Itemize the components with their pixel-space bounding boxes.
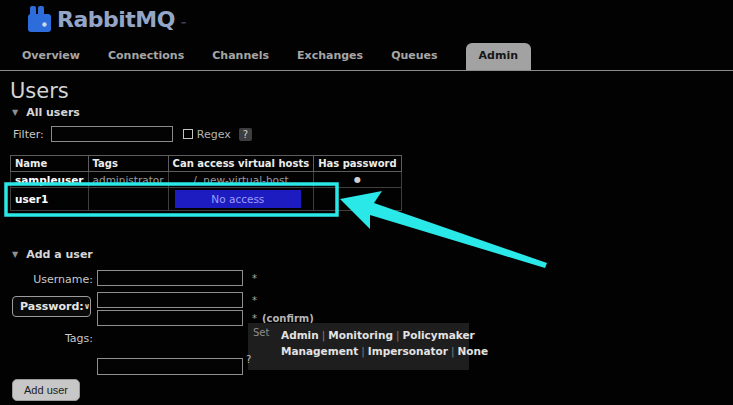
tab-connections[interactable]: Connections bbox=[108, 49, 184, 70]
collapse-arrow-icon: ▼ bbox=[12, 108, 18, 117]
col-header-has-password: Has password bbox=[314, 156, 402, 172]
col-header-tags: Tags bbox=[88, 156, 168, 172]
no-access-badge: No access bbox=[175, 190, 302, 208]
all-users-section-title: All users bbox=[26, 106, 80, 119]
filter-input[interactable] bbox=[51, 126, 173, 142]
user-name-link[interactable]: user1 bbox=[11, 188, 89, 211]
col-header-name: Name bbox=[11, 156, 89, 172]
page-title: Users bbox=[10, 79, 69, 103]
tag-link-admin[interactable]: Admin bbox=[281, 329, 319, 341]
table-row-sampleuser: sampleuser administrator /, new-virtual-… bbox=[11, 172, 402, 188]
user-vhosts-cell: /, new-virtual-host bbox=[168, 172, 314, 188]
has-password-indicator: ● bbox=[314, 188, 402, 211]
user-vhosts-cell: No access bbox=[168, 188, 314, 211]
tab-overview[interactable]: Overview bbox=[22, 49, 80, 70]
tag-separator: | bbox=[358, 345, 368, 357]
table-header-row: Name Tags Can access virtual hosts Has p… bbox=[11, 156, 402, 172]
col-header-vhosts: Can access virtual hosts bbox=[168, 156, 314, 172]
tab-admin[interactable]: Admin bbox=[466, 43, 531, 70]
tag-link-impersonator[interactable]: Impersonator bbox=[368, 345, 448, 357]
tag-separator: | bbox=[393, 329, 403, 341]
filter-row: Filter: Regex ? bbox=[13, 126, 252, 142]
tag-link-policymaker[interactable]: Policymaker bbox=[403, 329, 475, 341]
user-tags-cell: administrator bbox=[88, 172, 168, 188]
tag-link-monitoring[interactable]: Monitoring bbox=[328, 329, 393, 341]
tag-separator: | bbox=[448, 345, 458, 357]
collapse-arrow-icon: ▼ bbox=[12, 250, 18, 259]
has-password-indicator: ● bbox=[314, 172, 402, 188]
tag-options: Admin|Monitoring|Policymaker Management|… bbox=[279, 327, 488, 370]
regex-label: Regex bbox=[197, 128, 231, 141]
tag-options-line1: Admin|Monitoring|Policymaker bbox=[281, 327, 488, 343]
tab-queues[interactable]: Queues bbox=[391, 49, 437, 70]
tag-separator: | bbox=[319, 329, 329, 341]
username-required-marker: * bbox=[252, 273, 257, 284]
password-required-marker: * bbox=[252, 295, 257, 306]
chevron-down-icon: ∨ bbox=[84, 302, 91, 311]
username-label: Username: bbox=[0, 273, 93, 286]
password-field[interactable] bbox=[97, 292, 243, 308]
add-user-section-header[interactable]: ▼ Add a user bbox=[12, 248, 93, 261]
tag-options-line2: Management|Impersonator|None bbox=[281, 343, 488, 359]
user-tags-cell bbox=[88, 188, 168, 211]
tags-label: Tags: bbox=[0, 332, 93, 345]
brand-name: RabbitMQ bbox=[57, 5, 175, 35]
tag-link-management[interactable]: Management bbox=[281, 345, 358, 357]
tags-field[interactable] bbox=[97, 358, 243, 375]
add-user-section-title: Add a user bbox=[26, 248, 93, 261]
rabbitmq-logo-icon bbox=[27, 5, 52, 37]
set-label: Set bbox=[253, 327, 279, 370]
brand-trademark: ™ bbox=[180, 21, 187, 29]
password-type-select[interactable]: Password: ∨ bbox=[12, 296, 91, 317]
tab-exchanges[interactable]: Exchanges bbox=[297, 49, 363, 70]
tags-help-icon[interactable]: ? bbox=[246, 354, 251, 365]
rabbitmq-admin-users-screen: RabbitMQ ™ Overview Connections Channels… bbox=[0, 0, 733, 405]
tags-help-panel: Set Admin|Monitoring|Policymaker Managem… bbox=[248, 323, 469, 370]
all-users-section-header[interactable]: ▼ All users bbox=[12, 106, 80, 119]
password-confirm-field[interactable] bbox=[97, 310, 243, 326]
tab-channels[interactable]: Channels bbox=[212, 49, 269, 70]
table-row-user1: user1 No access ● bbox=[11, 188, 402, 211]
filter-help-icon[interactable]: ? bbox=[239, 128, 252, 141]
tag-link-none[interactable]: None bbox=[458, 345, 489, 357]
users-table: Name Tags Can access virtual hosts Has p… bbox=[10, 155, 402, 211]
username-field[interactable] bbox=[97, 270, 243, 286]
filter-label: Filter: bbox=[13, 128, 44, 141]
add-user-button[interactable]: Add user bbox=[12, 379, 80, 401]
main-tabbar: Overview Connections Channels Exchanges … bbox=[0, 44, 733, 71]
regex-checkbox[interactable] bbox=[183, 129, 193, 139]
rabbitmq-logo[interactable]: RabbitMQ ™ bbox=[27, 5, 187, 37]
user-name-link[interactable]: sampleuser bbox=[11, 172, 89, 188]
password-select-label: Password: bbox=[20, 300, 84, 313]
add-user-section: ▼ Add a user Username: * Password: ∨ * *… bbox=[0, 248, 733, 405]
